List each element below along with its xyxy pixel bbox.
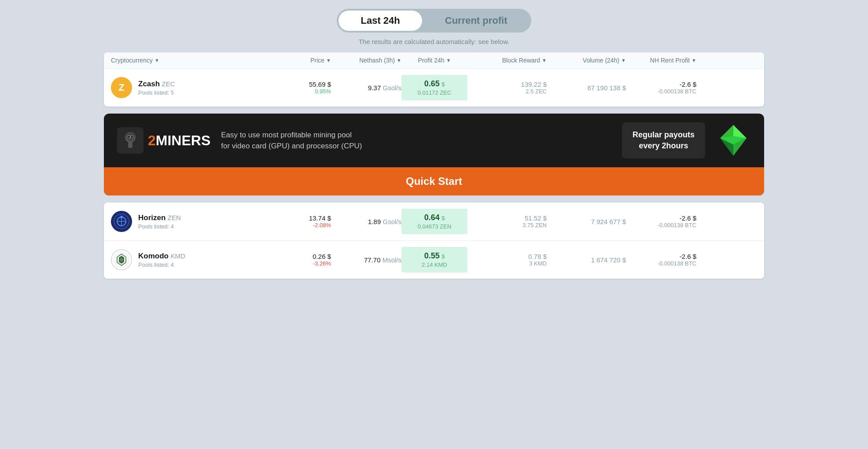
komodo-details: Komodo KMD Pools listed: 4 xyxy=(138,252,185,268)
komodo-profit: 0.55 $ 2.14 KMD xyxy=(401,247,467,272)
zcash-profit: 0.65 $ 0.01172 ZEC xyxy=(401,75,467,100)
block-sort-icon: ▼ xyxy=(542,58,547,63)
banner-logo-text: 2MINERS xyxy=(148,132,210,149)
zcash-details: Zcash ZEC Pools listed: 5 xyxy=(138,80,175,96)
coin-info-zcash[interactable]: Z Zcash ZEC Pools listed: 5 xyxy=(111,77,278,98)
miners-logo-icon xyxy=(117,127,143,154)
miners-banner: 2MINERS Easy to use most profitable mini… xyxy=(104,114,764,195)
zcash-volume: 67 190 138 $ xyxy=(547,84,626,92)
komodo-price: 0.26 $ -3.26% xyxy=(278,253,331,267)
horizen-details: Horizen ZEN Pools listed: 4 xyxy=(138,213,181,230)
horizen-name-row: Horizen ZEN xyxy=(138,213,181,222)
table-header: Cryptocurrency ▼ Price ▼ Nethash (3h) ▼ … xyxy=(104,52,764,69)
main-container: Last 24h Current profit The results are … xyxy=(104,9,764,279)
price-sort-icon: ▼ xyxy=(326,58,331,63)
coin-info-horizen[interactable]: Horizen ZEN Pools listed: 4 xyxy=(111,211,278,232)
horizen-volume: 7 924 677 $ xyxy=(547,218,626,225)
nethash-sort-icon: ▼ xyxy=(397,58,401,63)
col-cryptocurrency[interactable]: Cryptocurrency ▼ xyxy=(111,57,278,64)
miner-svg-icon xyxy=(119,129,141,151)
table-row: Z Zcash ZEC Pools listed: 5 55.69 $ 0.95… xyxy=(104,69,764,107)
svg-rect-4 xyxy=(131,136,133,138)
horizen-icon xyxy=(111,211,132,232)
komodo-volume: 1 674 720 $ xyxy=(547,256,626,264)
svg-marker-10 xyxy=(720,125,733,138)
banner-top: 2MINERS Easy to use most profitable mini… xyxy=(104,114,764,167)
coin-info-komodo[interactable]: Komodo KMD Pools listed: 4 xyxy=(111,249,278,270)
volume-sort-icon: ▼ xyxy=(621,58,626,63)
horizen-profit: 0.64 $ 0.04673 ZEN xyxy=(401,209,467,234)
table-row: Horizen ZEN Pools listed: 4 13.74 $ -2.0… xyxy=(104,202,764,241)
zcash-nethash: 9.37 Gsol/s xyxy=(331,84,401,92)
horizen-nhrent: -2.6 $ -0.000138 BTC xyxy=(626,214,696,228)
profit-sort-icon: ▼ xyxy=(446,58,451,63)
last24h-button[interactable]: Last 24h xyxy=(338,11,422,31)
toggle-wrapper: Last 24h Current profit xyxy=(337,9,531,33)
data-table-2: Horizen ZEN Pools listed: 4 13.74 $ -2.0… xyxy=(104,202,764,279)
data-table: Cryptocurrency ▼ Price ▼ Nethash (3h) ▼ … xyxy=(104,52,764,107)
crypto-sort-icon: ▼ xyxy=(154,58,159,63)
banner-description: Easy to use most profitable mining pool … xyxy=(221,129,611,152)
col-nethash[interactable]: Nethash (3h) ▼ xyxy=(331,57,401,64)
eth-diamond-icon xyxy=(716,123,751,158)
col-nhrent[interactable]: NH Rent Profit ▼ xyxy=(626,57,696,64)
svg-rect-5 xyxy=(128,142,132,148)
komodo-block: 0.78 $ 3 KMD xyxy=(467,253,547,267)
toggle-bar: Last 24h Current profit xyxy=(104,9,764,33)
komodo-nethash: 77.70 Msol/s xyxy=(331,256,401,264)
col-volume[interactable]: Volume (24h) ▼ xyxy=(547,57,626,64)
horizen-block: 51.52 $ 3.75 ZEN xyxy=(467,214,547,228)
horizen-price: 13.74 $ -2.08% xyxy=(278,214,331,228)
table-row: Komodo KMD Pools listed: 4 0.26 $ -3.26%… xyxy=(104,241,764,279)
svg-rect-3 xyxy=(128,136,130,138)
komodo-icon xyxy=(111,249,132,270)
banner-logo[interactable]: 2MINERS xyxy=(117,127,210,154)
zcash-icon: Z xyxy=(111,77,132,98)
col-price[interactable]: Price ▼ xyxy=(278,57,331,64)
current-profit-button[interactable]: Current profit xyxy=(423,11,530,31)
zcash-block: 139.22 $ 2.5 ZEC xyxy=(467,81,547,95)
col-block-reward[interactable]: Block Reward ▼ xyxy=(467,57,547,64)
komodo-nhrent: -2.6 $ -0.000138 BTC xyxy=(626,253,696,267)
komodo-name-row: Komodo KMD xyxy=(138,252,185,261)
banner-payout-box: Regular payouts every 2hours xyxy=(622,122,705,158)
svg-point-19 xyxy=(120,258,123,261)
svg-marker-9 xyxy=(733,125,747,138)
zcash-nhrent: -2.6 $ -0.000138 BTC xyxy=(626,81,696,95)
nhrent-sort-icon: ▼ xyxy=(691,58,696,63)
col-profit24h[interactable]: Profit 24h ▼ xyxy=(401,57,467,64)
zcash-price: 55.69 $ 0.95% xyxy=(278,81,331,95)
quick-start-button[interactable]: Quick Start xyxy=(104,167,764,195)
zcash-name-row: Zcash ZEC xyxy=(138,80,175,88)
subtitle-text: The results are calculated automatically… xyxy=(104,38,764,45)
horizen-nethash: 1.89 Gsol/s xyxy=(331,218,401,225)
